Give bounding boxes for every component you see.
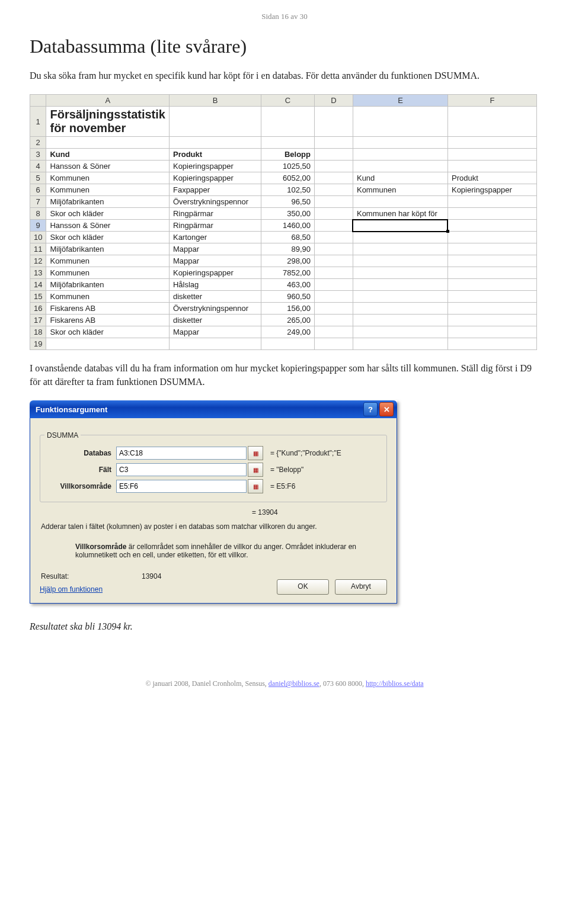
cell[interactable]: 1460,00 (261, 220, 314, 232)
cell[interactable]: Skor och kläder (46, 232, 170, 243)
cell[interactable]: Mappar (169, 326, 261, 338)
cell[interactable] (314, 137, 353, 149)
cell[interactable]: Kund (353, 172, 447, 184)
cell[interactable]: 156,00 (261, 303, 314, 315)
cell[interactable]: 6052,00 (261, 172, 314, 184)
ok-button[interactable]: OK (277, 579, 329, 595)
cell[interactable]: Produkt (447, 172, 536, 184)
cell[interactable] (353, 303, 447, 315)
row-header[interactable]: 19 (30, 338, 46, 350)
arg-input[interactable] (116, 447, 247, 460)
cell[interactable]: Kommunen (46, 291, 170, 303)
cell[interactable]: Överstrykningspennor (169, 196, 261, 208)
row-header[interactable]: 7 (30, 196, 46, 208)
cell[interactable]: 350,00 (261, 208, 314, 220)
column-header-F[interactable]: F (447, 95, 536, 107)
cell[interactable] (447, 279, 536, 291)
cell[interactable] (314, 303, 353, 315)
cell[interactable]: 960,50 (261, 291, 314, 303)
cell[interactable] (314, 326, 353, 338)
cell[interactable]: Kommunen (46, 184, 170, 196)
cell[interactable] (353, 279, 447, 291)
help-link[interactable]: Hjälp om funktionen (40, 585, 103, 593)
row-header[interactable]: 15 (30, 291, 46, 303)
cell[interactable]: Kommunen (353, 184, 447, 196)
cell[interactable] (261, 107, 314, 137)
cell[interactable]: Kartonger (169, 232, 261, 243)
row-header[interactable]: 4 (30, 161, 46, 172)
cell[interactable]: 96,50 (261, 196, 314, 208)
cell[interactable] (314, 184, 353, 196)
cell[interactable] (314, 196, 353, 208)
cell[interactable]: Kommunen (46, 172, 170, 184)
row-header[interactable]: 9 (30, 220, 46, 232)
arg-input[interactable] (116, 480, 247, 493)
cell[interactable]: 102,50 (261, 184, 314, 196)
cell[interactable] (314, 291, 353, 303)
cell[interactable] (314, 243, 353, 255)
cell[interactable] (261, 137, 314, 149)
cell[interactable] (447, 220, 536, 232)
cell[interactable]: Mappar (169, 255, 261, 267)
cell[interactable]: Kommunen (46, 267, 170, 279)
cell[interactable]: Fiskarens AB (46, 315, 170, 326)
cell[interactable]: Skor och kläder (46, 208, 170, 220)
cell[interactable]: 463,00 (261, 279, 314, 291)
cancel-button[interactable]: Avbryt (335, 579, 387, 595)
cell[interactable] (447, 326, 536, 338)
cell[interactable] (314, 220, 353, 232)
cell[interactable]: Belopp (261, 149, 314, 161)
range-picker-icon[interactable]: ▦ (248, 463, 263, 477)
cell[interactable]: Kund (46, 149, 170, 161)
cell[interactable]: 68,50 (261, 232, 314, 243)
cell[interactable] (353, 267, 447, 279)
cell[interactable] (353, 291, 447, 303)
cell[interactable] (447, 149, 536, 161)
cell[interactable]: 1025,50 (261, 161, 314, 172)
cell[interactable] (314, 232, 353, 243)
cell[interactable] (447, 267, 536, 279)
column-header-D[interactable]: D (314, 95, 353, 107)
cell[interactable]: Faxpapper (169, 184, 261, 196)
cell[interactable] (314, 315, 353, 326)
cell[interactable] (447, 291, 536, 303)
arg-input[interactable] (116, 463, 247, 476)
cell[interactable]: Överstrykningspennor (169, 303, 261, 315)
row-header[interactable]: 5 (30, 172, 46, 184)
cell[interactable]: Miljöfabrikanten (46, 279, 170, 291)
cell[interactable] (353, 243, 447, 255)
cell[interactable]: Ringpärmar (169, 220, 261, 232)
column-header-B[interactable]: B (169, 95, 261, 107)
cell[interactable]: Produkt (169, 149, 261, 161)
cell[interactable]: Miljöfabrikanten (46, 196, 170, 208)
row-header[interactable]: 12 (30, 255, 46, 267)
row-header[interactable]: 14 (30, 279, 46, 291)
cell[interactable] (169, 107, 261, 137)
row-header[interactable]: 2 (30, 137, 46, 149)
cell[interactable] (447, 232, 536, 243)
cell[interactable]: Miljöfabrikanten (46, 243, 170, 255)
help-icon[interactable]: ? (363, 402, 378, 416)
cell[interactable]: Kopieringspapper (169, 161, 261, 172)
row-header[interactable]: 3 (30, 149, 46, 161)
cell[interactable] (353, 315, 447, 326)
cell[interactable] (353, 255, 447, 267)
row-header[interactable]: 11 (30, 243, 46, 255)
cell[interactable]: Kopieringspapper (169, 267, 261, 279)
cell[interactable] (169, 338, 261, 350)
cell[interactable] (169, 137, 261, 149)
cell[interactable] (353, 220, 447, 232)
cell[interactable] (353, 232, 447, 243)
range-picker-icon[interactable]: ▦ (248, 479, 263, 493)
close-icon[interactable]: ✕ (379, 402, 394, 416)
cell[interactable] (353, 196, 447, 208)
cell[interactable]: Kommunen (46, 255, 170, 267)
row-header[interactable]: 1 (30, 107, 46, 137)
column-header-E[interactable]: E (353, 95, 447, 107)
cell[interactable] (447, 243, 536, 255)
cell[interactable]: Kopieringspapper (169, 172, 261, 184)
cell[interactable] (447, 107, 536, 137)
cell[interactable]: Ringpärmar (169, 208, 261, 220)
cell[interactable]: 89,90 (261, 243, 314, 255)
cell[interactable]: Kommunen har köpt för (353, 208, 447, 220)
